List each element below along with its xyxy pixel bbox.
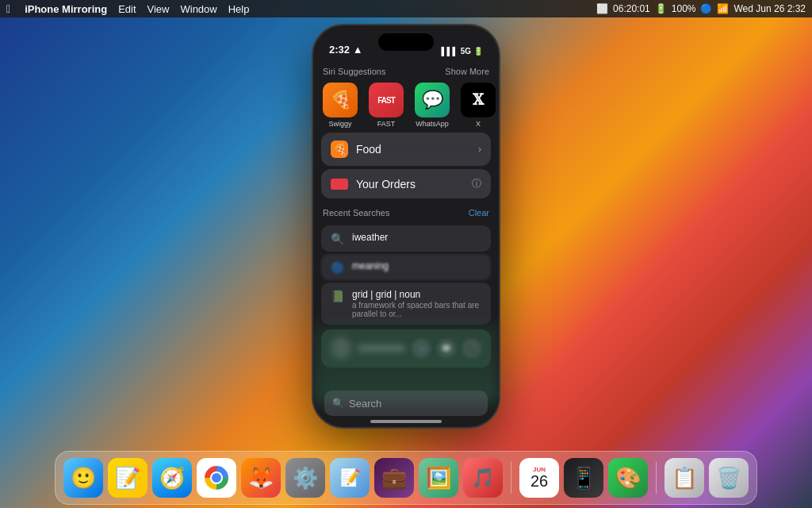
calendar-day: 26 <box>530 473 548 489</box>
food-label: Food <box>356 143 470 156</box>
whatsapp-label: WhatsApp <box>416 120 449 128</box>
iphone-screen[interactable]: 2:32 ▲ ▌▌▌ 5G 🔋 Siri Suggestions Show Mo… <box>313 25 499 427</box>
food-list-item[interactable]: 🍕 Food › <box>321 133 491 166</box>
siri-app-icons-row: 🍕 Swiggy FAST FAST 💬 WhatsApp 𝕏 <box>323 83 489 128</box>
siri-show-more-button[interactable]: Show More <box>445 67 489 76</box>
menubar-screen-icon: ⬜ <box>596 3 608 14</box>
dock-item-iphone-mirroring[interactable]: 📱 <box>564 458 603 498</box>
iphone-mirroring-window: 2:32 ▲ ▌▌▌ 5G 🔋 Siri Suggestions Show Mo… <box>312 24 500 429</box>
list-section: 🍕 Food › Your Orders ⓘ <box>321 133 491 198</box>
siri-suggestions-label: Siri Suggestions <box>323 67 386 76</box>
files-icon: 📋 <box>672 466 697 491</box>
search-result-icon-0: 🔍 <box>331 233 344 245</box>
swiggy-app-icon[interactable]: 🍕 <box>323 83 358 117</box>
iphone-time: 2:32 ▲ <box>329 44 363 56</box>
dock-item-system-preferences[interactable]: ⚙️ <box>285 458 325 498</box>
menubar:  iPhone Mirroring Edit View Window Help… <box>0 0 812 17</box>
recent-searches-header: Recent Searches Clear <box>323 208 489 217</box>
dock-item-slack[interactable]: 💼 <box>374 458 414 498</box>
iphone-search-bar[interactable]: 🔍 Search <box>324 391 488 416</box>
menubar-help[interactable]: Help <box>228 3 250 15</box>
menubar-battery-icon: 🔋 <box>655 3 667 14</box>
menubar-left:  iPhone Mirroring Edit View Window Help <box>0 2 249 15</box>
dock-item-firefox[interactable]: 🦊 <box>241 458 281 498</box>
search-result-content-1: meaning <box>352 260 481 271</box>
recent-searches-section: Recent Searches Clear <box>313 202 499 225</box>
your-orders-list-item[interactable]: Your Orders ⓘ <box>321 169 491 198</box>
orders-label: Your Orders <box>356 178 464 190</box>
menubar-app-name[interactable]: iPhone Mirroring <box>25 3 107 15</box>
app-icon-item-x[interactable]: 𝕏 X <box>461 83 496 128</box>
search-result-iweather[interactable]: 🔍 iweather <box>321 225 491 252</box>
dock-item-calendar[interactable]: JUN 26 <box>519 458 559 498</box>
iphone-content[interactable]: Siri Suggestions Show More 🍕 Swiggy FAST… <box>313 60 499 427</box>
recent-searches-label: Recent Searches <box>323 208 389 217</box>
dock-divider-2 <box>656 462 657 494</box>
search-result-content-0: iweather <box>352 232 481 243</box>
search-result-meaning[interactable]: 🔵 meaning <box>321 254 491 280</box>
search-result-content-2: grid | grid | noun a framework of spaced… <box>352 289 481 318</box>
dock-item-preview[interactable]: 🖼️ <box>419 458 458 498</box>
menubar-time: 06:20:01 <box>613 3 650 14</box>
menubar-battery-pct: 100% <box>672 3 696 14</box>
search-results-list: 🔍 iweather 🔵 meaning 📗 <box>321 225 491 325</box>
menubar-view[interactable]: View <box>147 3 170 15</box>
scrivener-icon: 📝 <box>339 468 361 488</box>
iphone-signal-icon: ▌▌▌ <box>441 47 458 56</box>
food-icon: 🍕 <box>331 140 348 158</box>
x-app-icon[interactable]: 𝕏 <box>461 83 496 117</box>
preview-icon: 🖼️ <box>426 466 451 491</box>
dock-item-trash[interactable]: 🗑️ <box>709 458 749 498</box>
dynamic-island <box>378 33 434 51</box>
dock-item-capo[interactable]: 🎵 <box>463 458 503 498</box>
menubar-wifi-icon: 📶 <box>717 3 729 14</box>
dock-divider <box>511 462 511 494</box>
apple-logo-icon[interactable]:  <box>6 2 10 15</box>
menubar-window[interactable]: Window <box>180 3 216 15</box>
siri-header: Siri Suggestions Show More <box>323 67 489 76</box>
search-placeholder: Search <box>349 398 381 410</box>
palette-icon: 🎨 <box>615 466 641 491</box>
menubar-bluetooth-icon: 🔵 <box>700 3 712 14</box>
trash-icon: 🗑️ <box>716 466 741 491</box>
search-result-title-2: grid | grid | noun <box>352 289 481 300</box>
slack-icon: 💼 <box>381 466 407 491</box>
fast-label: FAST <box>377 120 396 128</box>
swiggy-label: Swiggy <box>328 120 351 128</box>
iphone-network-label: 5G <box>461 47 471 56</box>
menubar-datetime: Wed Jun 26 2:32 <box>733 3 806 14</box>
notes-icon: 📝 <box>115 466 140 491</box>
orders-action-icon: ⓘ <box>472 177 481 190</box>
whatsapp-app-icon[interactable]: 💬 <box>415 83 450 117</box>
app-icon-item-swiggy[interactable]: 🍕 Swiggy <box>323 83 358 128</box>
dock-item-finder[interactable]: 🙂 <box>63 458 103 498</box>
dock-item-files[interactable]: 📋 <box>665 458 704 498</box>
search-result-title-0: iweather <box>352 232 481 243</box>
safari-icon: 🧭 <box>159 466 185 491</box>
chrome-icon <box>205 466 228 490</box>
menubar-edit[interactable]: Edit <box>118 3 136 15</box>
settings-icon: ⚙️ <box>293 466 318 491</box>
search-result-title-1: meaning <box>352 260 481 271</box>
search-result-grid[interactable]: 📗 grid | grid | noun a framework of spac… <box>321 283 491 325</box>
dock-item-safari[interactable]: 🧭 <box>152 458 192 498</box>
capo-icon: 🎵 <box>471 467 495 489</box>
dock-item-notes[interactable]: 📝 <box>108 458 147 498</box>
app-icon-item-fast[interactable]: FAST FAST <box>369 83 404 128</box>
app-icon-item-whatsapp[interactable]: 💬 WhatsApp <box>415 83 450 128</box>
iphone-battery-icon: 🔋 <box>473 47 483 56</box>
dock-item-chrome[interactable] <box>197 458 236 498</box>
iphone-body: 2:32 ▲ ▌▌▌ 5G 🔋 Siri Suggestions Show Mo… <box>312 24 500 429</box>
dock-item-palette[interactable]: 🎨 <box>608 458 648 498</box>
firefox-icon: 🦊 <box>248 466 274 491</box>
fast-app-icon[interactable]: FAST <box>369 83 404 117</box>
menubar-right: ⬜ 06:20:01 🔋 100% 🔵 📶 Wed Jun 26 2:32 <box>596 3 812 14</box>
clear-button[interactable]: Clear <box>469 208 489 217</box>
dock-item-scrivener[interactable]: 📝 <box>330 458 370 498</box>
orders-icon <box>331 179 348 190</box>
iphone-status-icons: ▌▌▌ 5G 🔋 <box>441 47 483 56</box>
search-result-icon-2: 📗 <box>331 290 344 302</box>
finder-icon: 🙂 <box>71 466 96 491</box>
search-icon: 🔍 <box>332 398 344 409</box>
dock: 🙂 📝 🧭 🦊 ⚙️ 📝 💼 🖼️ 🎵 JUN 26 📱 <box>55 451 757 505</box>
